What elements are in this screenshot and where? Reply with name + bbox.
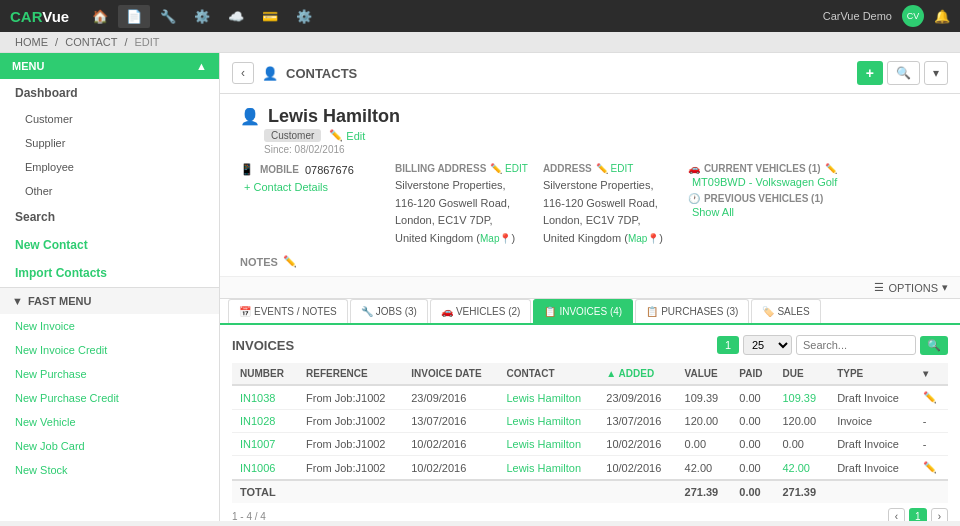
tab-sales[interactable]: 🏷️ SALES [751, 299, 820, 323]
breadcrumb-edit: EDIT [135, 36, 160, 48]
page-1-button[interactable]: 1 [717, 336, 739, 354]
sidebar-item-new-vehicle[interactable]: New Vehicle [0, 410, 219, 434]
contact-link[interactable]: Lewis Hamilton [506, 392, 581, 404]
page-num-button[interactable]: 1 [909, 508, 927, 521]
show-all-link[interactable]: Show All [688, 206, 838, 218]
col-due[interactable]: DUE [774, 363, 829, 385]
invoice-link[interactable]: IN1006 [240, 462, 275, 474]
sidebar-item-new-contact[interactable]: New Contact [0, 231, 219, 259]
cell-reference: From Job:J1002 [298, 410, 403, 433]
home-icon[interactable]: 🏠 [84, 5, 116, 28]
col-added[interactable]: ▲ ADDED [598, 363, 676, 385]
address-map-link[interactable]: Map📍 [628, 233, 659, 244]
col-reference[interactable]: REFERENCE [298, 363, 403, 385]
address-label: ADDRESS [543, 163, 592, 174]
current-vehicle-link[interactable]: MT09BWD - Volkswagen Golf [688, 176, 838, 188]
fast-menu-collapse-icon: ▼ [12, 295, 23, 307]
sidebar-item-new-invoice-credit[interactable]: New Invoice Credit [0, 338, 219, 362]
total-value: 271.39 [677, 480, 732, 503]
col-value[interactable]: VALUE [677, 363, 732, 385]
sidebar-item-search[interactable]: Search [0, 203, 219, 231]
contact-link[interactable]: Lewis Hamilton [506, 438, 581, 450]
add-contact-button[interactable]: + [857, 61, 883, 85]
sidebar-item-import-contacts[interactable]: Import Contacts [0, 259, 219, 287]
contact-link[interactable]: Lewis Hamilton [506, 415, 581, 427]
contact-info-grid: 📱 MOBILE 07867676 + Contact Details BILL… [240, 163, 940, 247]
prev-page-button[interactable]: ‹ [888, 508, 905, 521]
invoices-controls: 1 25 50 100 🔍 [717, 335, 948, 355]
search-invoices-button[interactable]: 🔍 [920, 336, 948, 355]
settings-icon[interactable]: ⚙️ [186, 5, 218, 28]
options-button[interactable]: ☰ OPTIONS ▾ [874, 281, 948, 294]
content-area: ‹ 👤 CONTACTS + 🔍 ▾ 👤 Lewis Hamilton Cust… [220, 53, 960, 521]
sidebar-item-employee[interactable]: Employee [0, 155, 219, 179]
search-invoices-input[interactable] [796, 335, 916, 355]
wrench-icon[interactable]: 🔧 [152, 5, 184, 28]
previous-vehicles-row: 🕐 PREVIOUS VEHICLES (1) Show All [688, 193, 838, 218]
billing-edit-link[interactable]: ✏️ EDIT [490, 163, 528, 174]
col-paid[interactable]: PAID [731, 363, 774, 385]
current-vehicles-label: CURRENT VEHICLES (1) [704, 163, 821, 174]
menu-collapse-icon[interactable]: ▲ [196, 60, 207, 72]
sidebar-item-supplier[interactable]: Supplier [0, 131, 219, 155]
contact-details-link[interactable]: + Contact Details [240, 181, 380, 193]
sidebar-item-new-purchase-credit[interactable]: New Purchase Credit [0, 386, 219, 410]
back-button[interactable]: ‹ [232, 62, 254, 84]
breadcrumb-contact[interactable]: CONTACT [65, 36, 117, 48]
contact-link[interactable]: Lewis Hamilton [506, 462, 581, 474]
breadcrumb-home[interactable]: HOME [15, 36, 48, 48]
user-avatar[interactable]: CV [902, 5, 924, 27]
cloud-icon[interactable]: ☁️ [220, 5, 252, 28]
billing-map-link[interactable]: Map📍 [480, 233, 511, 244]
address-label-row: ADDRESS ✏️ EDIT [543, 163, 673, 174]
cell-added: 10/02/2016 [598, 456, 676, 481]
col-type[interactable]: TYPE [829, 363, 915, 385]
tab-vehicles[interactable]: 🚗 VEHICLES (2) [430, 299, 531, 323]
sidebar-item-dashboard[interactable]: Dashboard [0, 79, 219, 107]
sidebar-item-new-purchase[interactable]: New Purchase [0, 362, 219, 386]
tab-purchases[interactable]: 📋 PURCHASES (3) [635, 299, 749, 323]
per-page-select[interactable]: 25 50 100 [743, 335, 792, 355]
demo-user-label: CarVue Demo [823, 10, 892, 22]
address-edit-link[interactable]: ✏️ EDIT [596, 163, 634, 174]
cell-action[interactable]: ✏️ [915, 385, 948, 410]
sidebar-item-other[interactable]: Other [0, 179, 219, 203]
cell-number: IN1038 [232, 385, 298, 410]
cell-contact: Lewis Hamilton [498, 385, 598, 410]
invoice-link[interactable]: IN1038 [240, 392, 275, 404]
edit-vehicles-icon[interactable]: ✏️ [825, 163, 837, 174]
tab-invoices[interactable]: 📋 INVOICES (4) [533, 299, 633, 323]
edit-contact-link[interactable]: ✏️ Edit [329, 129, 365, 142]
cell-date: 13/07/2016 [403, 410, 498, 433]
contacts-icon: 👤 [262, 66, 278, 81]
notification-icon[interactable]: 🔔 [934, 9, 950, 24]
grid-icon[interactable]: ⚙️ [288, 5, 320, 28]
notes-edit-icon[interactable]: ✏️ [283, 255, 297, 268]
search-contact-button[interactable]: 🔍 [887, 61, 920, 85]
cell-paid: 0.00 [731, 456, 774, 481]
sidebar-item-new-job-card[interactable]: New Job Card [0, 434, 219, 458]
next-page-button[interactable]: › [931, 508, 948, 521]
jobs-icon: 🔧 [361, 306, 373, 317]
cell-date: 23/09/2016 [403, 385, 498, 410]
total-row: TOTAL 271.39 0.00 271.39 [232, 480, 948, 503]
col-invoice-date[interactable]: INVOICE DATE [403, 363, 498, 385]
col-number[interactable]: NUMBER [232, 363, 298, 385]
card-icon[interactable]: 💳 [254, 5, 286, 28]
invoice-link[interactable]: IN1007 [240, 438, 275, 450]
more-options-button[interactable]: ▾ [924, 61, 948, 85]
cell-value: 42.00 [677, 456, 732, 481]
billing-label-row: BILLING ADDRESS ✏️ EDIT [395, 163, 528, 174]
sidebar-menu-header: MENU ▲ [0, 53, 219, 79]
tab-events[interactable]: 📅 EVENTS / NOTES [228, 299, 348, 323]
cell-type: Draft Invoice [829, 456, 915, 481]
document-icon[interactable]: 📄 [118, 5, 150, 28]
cell-action[interactable]: ✏️ [915, 456, 948, 481]
sales-tab-icon: 🏷️ [762, 306, 774, 317]
invoice-link[interactable]: IN1028 [240, 415, 275, 427]
sidebar-item-customer[interactable]: Customer [0, 107, 219, 131]
tab-jobs[interactable]: 🔧 JOBS (3) [350, 299, 428, 323]
sidebar-item-new-invoice[interactable]: New Invoice [0, 314, 219, 338]
col-contact[interactable]: CONTACT [498, 363, 598, 385]
sidebar-item-new-stock[interactable]: New Stock [0, 458, 219, 482]
